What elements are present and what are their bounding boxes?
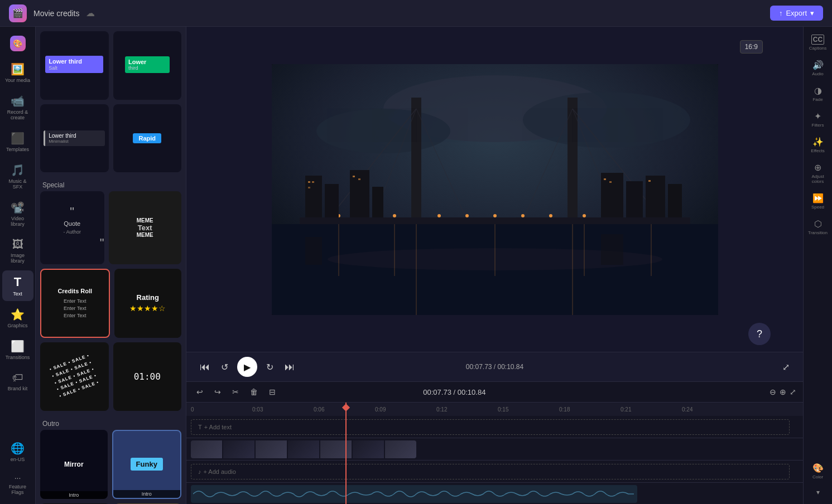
right-panel: CC Captions 🔊 Audio ◑ Fade ✦ Filters ✨ E… — [803, 27, 832, 504]
template-card-sale[interactable]: • SALE • SALE • • SALE • SALE • • SALE •… — [40, 342, 109, 411]
rewind-button[interactable]: ↺ — [219, 360, 230, 375]
add-audio-button[interactable]: ♪ + Add audio — [191, 464, 790, 479]
record-label: Record & create — [4, 109, 31, 120]
nav-item-text[interactable]: T Text — [2, 270, 33, 301]
nav-item-transitions[interactable]: ⬜ Transitions — [2, 335, 33, 365]
audio-waveform-track — [186, 483, 803, 504]
rp-fade[interactable]: ◑ Fade — [805, 82, 831, 105]
zoom-fit-button[interactable]: ⤢ — [790, 387, 796, 396]
svg-rect-28 — [308, 181, 310, 183]
speed-icon: ⏩ — [812, 193, 824, 203]
template-card-rating[interactable]: Rating ★★★★☆ — [114, 269, 182, 338]
skip-back-button[interactable]: ⏮ — [198, 359, 212, 375]
templates-icon: ⬛ — [11, 132, 25, 145]
help-button[interactable]: ? — [748, 323, 771, 345]
zoom-in-button[interactable]: ⊕ — [780, 387, 786, 396]
nav-item-your-media[interactable]: 🖼️ Your media — [2, 58, 33, 88]
audio-waveform[interactable] — [191, 485, 637, 503]
audio-icon: 🔊 — [812, 60, 824, 70]
template-card-rapid[interactable]: Rapid — [113, 104, 182, 173]
video-preview — [272, 64, 718, 315]
nav-item-music[interactable]: 🎵 Music & SFX — [2, 159, 33, 194]
video-track-content[interactable] — [191, 440, 416, 458]
svg-point-3 — [523, 92, 690, 148]
rp-effects[interactable]: ✨ Effects — [805, 133, 831, 157]
lt1-label: Lower third — [49, 58, 100, 65]
template-card-lower-third-3[interactable]: Lower third Minimalist — [40, 104, 109, 173]
template-card-credits-roll[interactable]: Credits Roll Enter Text Enter Text Enter… — [40, 269, 110, 338]
svg-rect-45 — [601, 234, 623, 265]
quote-label: Quote — [64, 220, 80, 227]
text-track: T + Add text — [186, 416, 803, 438]
rp-speed[interactable]: ⏩ Speed — [805, 190, 831, 213]
feature-flags-label: Feature Flags — [4, 484, 31, 495]
lt3-label: Lower third — [49, 133, 102, 139]
cut-button[interactable]: ✂ — [229, 386, 242, 398]
rp-adjust-colors[interactable]: ⊕ Adjust colors — [805, 159, 831, 187]
skip-forward-button[interactable]: ⏭ — [282, 359, 297, 375]
forward-button[interactable]: ↻ — [264, 360, 276, 375]
export-button[interactable]: ↑ Export ▾ — [770, 6, 823, 21]
svg-rect-34 — [626, 181, 643, 217]
template-card-timestamp[interactable]: 01:00 — [113, 342, 182, 411]
nav-item-feature-flags[interactable]: ··· Feature Flags — [2, 469, 33, 500]
meme-top-text: MEME — [137, 217, 153, 224]
add-text-button[interactable]: T + Add text — [191, 419, 790, 435]
rp-transition[interactable]: ⬡ Transition — [805, 215, 831, 239]
video-thumb-5 — [320, 440, 352, 458]
chevron-down-icon: ▾ — [816, 488, 820, 496]
template-card-meme[interactable]: MEME Text MEME — [109, 191, 182, 264]
video-track — [186, 438, 803, 461]
template-card-mirror[interactable]: Mirror Intro — [40, 430, 108, 500]
template-card-funky[interactable]: Funky Intro — [112, 430, 182, 500]
music-icon: 🎵 — [11, 163, 25, 177]
nav-item-record[interactable]: 📹 Record & create — [2, 90, 33, 125]
quote-mark-left: " — [70, 206, 74, 218]
credits-line-1: Enter Text — [64, 298, 86, 304]
nav-item-image-library[interactable]: 🖼 Image library — [2, 234, 33, 268]
effects-label: Effects — [811, 148, 824, 153]
rapid-label: Rapid — [133, 133, 161, 143]
graphics-icon: ⭐ — [11, 308, 25, 321]
delete-button[interactable]: 🗑 — [247, 386, 261, 398]
fullscreen-button[interactable]: ⤢ — [780, 360, 792, 375]
rp-filters[interactable]: ✦ Filters — [805, 108, 831, 131]
rating-stars: ★★★★☆ — [129, 304, 166, 313]
template-card-lower-third-2[interactable]: Lower third — [113, 31, 182, 100]
video-thumb-2 — [223, 440, 254, 458]
nav-item-graphics[interactable]: ⭐ Graphics — [2, 303, 33, 333]
waveform-svg — [193, 486, 634, 502]
undo-button[interactable]: ↩ — [193, 386, 206, 398]
funky-sublabel: Intro — [113, 490, 181, 498]
export-icon: ↑ — [779, 9, 783, 17]
redo-button[interactable]: ↪ — [211, 386, 224, 398]
text-icon: T — [14, 275, 21, 289]
nav-item-brand[interactable]: 🎨 — [2, 31, 33, 56]
template-card-quote[interactable]: " Quote - Author " — [40, 191, 104, 264]
rating-label: Rating — [137, 293, 159, 302]
video-container: 16:9 ? — [186, 27, 803, 352]
svg-rect-27 — [372, 187, 383, 217]
rp-expand[interactable]: ▾ — [805, 485, 831, 500]
rp-audio[interactable]: 🔊 Audio — [805, 56, 831, 80]
rp-color[interactable]: 🎨 Color — [805, 459, 831, 483]
nav-item-locale[interactable]: 🌐 en-US — [2, 437, 33, 467]
playhead-diamond — [342, 404, 350, 411]
zoom-out-button[interactable]: ⊖ — [770, 387, 776, 396]
snap-button[interactable]: ⊟ — [266, 386, 279, 398]
play-pause-button[interactable]: ▶ — [237, 357, 257, 377]
svg-rect-44 — [305, 237, 322, 265]
nav-item-brand-kit[interactable]: 🏷 Brand kit — [2, 367, 33, 396]
templates-label: Templates — [6, 147, 29, 152]
time-display: 00:07.73 / 00:10.84 — [466, 363, 523, 371]
mirror-funky-row: Mirror Intro Funky Intro — [40, 430, 181, 500]
video-thumb-4 — [288, 440, 319, 458]
aspect-ratio-badge[interactable]: 16:9 — [740, 40, 763, 54]
quote-author-label: - Author — [63, 229, 81, 235]
rp-captions[interactable]: CC Captions — [805, 31, 831, 54]
nav-item-templates[interactable]: ⬛ Templates — [2, 127, 33, 157]
bridge-background — [272, 64, 718, 315]
nav-item-video-library[interactable]: 📽️ Video library — [2, 196, 33, 231]
playback-buttons: ⏮ ↺ ▶ ↻ ⏭ — [198, 357, 297, 377]
template-card-lower-third-1[interactable]: Lower third Salt — [40, 31, 109, 100]
